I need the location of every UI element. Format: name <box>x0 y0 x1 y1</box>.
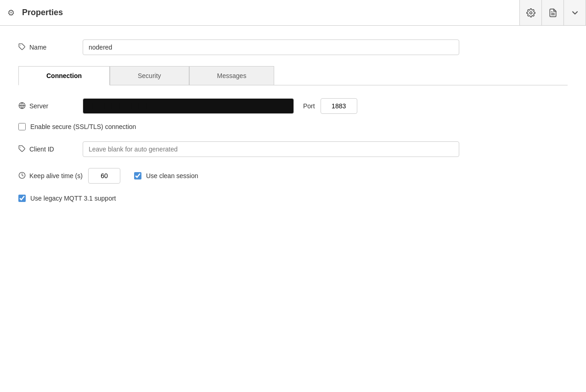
client-id-label: Client ID <box>18 145 83 154</box>
tab-messages[interactable]: Messages <box>189 66 275 85</box>
globe-icon <box>18 102 26 111</box>
gear-icon <box>526 8 535 17</box>
tabs-container: Connection Security Messages <box>18 66 568 85</box>
name-field-row: Name <box>18 39 568 55</box>
client-id-field-label: Client ID <box>29 146 54 153</box>
ssl-checkbox[interactable] <box>18 123 26 130</box>
name-label: Name <box>18 43 83 52</box>
document-button[interactable] <box>542 0 564 25</box>
tag-icon <box>18 43 26 52</box>
legacy-mqtt-checkbox[interactable] <box>18 195 26 202</box>
keepalive-row: Keep alive time (s) Use clean session <box>18 168 568 184</box>
header-actions <box>519 0 586 25</box>
svg-point-0 <box>530 11 532 14</box>
client-id-field-row: Client ID <box>18 141 568 157</box>
name-input[interactable] <box>83 39 459 55</box>
content: Name Connection Security Messages Server… <box>0 26 586 227</box>
header-left: Properties <box>0 8 519 18</box>
server-input[interactable] <box>83 98 294 114</box>
keepalive-field-label: Keep alive time (s) <box>29 172 83 179</box>
page-title: Properties <box>22 8 63 17</box>
port-input[interactable] <box>321 98 357 114</box>
legacy-mqtt-label[interactable]: Use legacy MQTT 3.1 support <box>30 195 116 202</box>
dropdown-button[interactable] <box>564 0 586 25</box>
document-icon <box>548 8 558 17</box>
chevron-down-icon <box>570 8 580 17</box>
keepalive-label: Keep alive time (s) <box>18 172 83 180</box>
ssl-label[interactable]: Enable secure (SSL/TLS) connection <box>30 123 136 130</box>
client-id-input[interactable] <box>83 141 459 157</box>
name-field-label: Name <box>29 44 46 51</box>
keepalive-input[interactable] <box>88 168 120 184</box>
ssl-checkbox-row: Enable secure (SSL/TLS) connection <box>18 123 568 130</box>
properties-gear-icon <box>7 8 15 18</box>
clean-session-group: Use clean session <box>134 172 198 179</box>
header: Properties <box>0 0 586 26</box>
client-tag-icon <box>18 145 26 154</box>
server-field-label: Server <box>29 102 48 110</box>
gear-button[interactable] <box>520 0 542 25</box>
clean-session-checkbox[interactable] <box>134 172 141 179</box>
server-field-row: Server Port <box>18 98 568 114</box>
clean-session-label[interactable]: Use clean session <box>146 172 198 179</box>
port-label: Port <box>303 102 315 110</box>
server-label: Server <box>18 102 83 111</box>
legacy-mqtt-checkbox-row: Use legacy MQTT 3.1 support <box>18 195 568 202</box>
clock-icon <box>18 172 26 180</box>
tab-connection[interactable]: Connection <box>18 66 110 85</box>
tab-security[interactable]: Security <box>110 66 189 85</box>
